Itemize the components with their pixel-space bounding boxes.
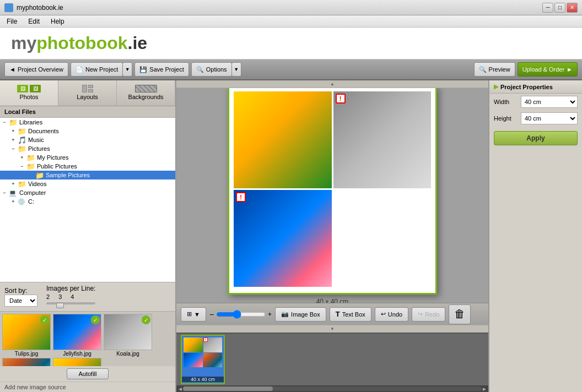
folder-icon-documents: 📁 <box>18 127 26 135</box>
text-box-button[interactable]: T Text Box <box>330 307 371 322</box>
menu-edit[interactable]: Edit <box>24 17 44 26</box>
image-box-button[interactable]: 📷 Image Box <box>275 307 326 322</box>
new-project-button[interactable]: 📄 New Project <box>71 62 123 77</box>
thumb-koala[interactable]: ✓ Koala.jpg <box>104 314 152 357</box>
expand-documents[interactable]: + <box>9 128 18 134</box>
minimize-button[interactable]: ─ <box>542 3 553 13</box>
collage-jellyfish[interactable]: ! <box>234 190 332 287</box>
filmstrip: ! 40 x 40 cm ◄ ► <box>176 333 488 392</box>
options-arrow[interactable]: ▼ <box>231 62 241 77</box>
camera-icon: 📷 <box>281 311 289 318</box>
text-icon: T <box>336 310 340 318</box>
new-project-arrow[interactable]: ▼ <box>122 62 132 77</box>
tree-item-pictures[interactable]: − 📁 Pictures <box>0 144 175 153</box>
close-button[interactable]: ✕ <box>567 3 578 13</box>
tree-item-music[interactable]: + 🎵 Music <box>0 135 175 144</box>
filmstrip-scroll-left[interactable]: ◄ <box>177 386 183 392</box>
thumb-extra2[interactable] <box>53 358 101 366</box>
thumb-tulips[interactable]: ✓ Tulips.jpg <box>2 314 51 357</box>
logo: myphotobook.ie <box>11 33 147 53</box>
computer-icon: 💻 <box>9 189 18 197</box>
expand-libraries[interactable]: − <box>0 119 9 125</box>
maximize-button[interactable]: □ <box>554 3 565 13</box>
tree-item-videos[interactable]: + 📁 Videos <box>0 179 175 188</box>
film-page-1-label: 40 x 40 cm <box>182 377 224 382</box>
thumb-jellyfish[interactable]: ✓ Jellyfish.jpg <box>53 314 101 357</box>
thumbnail-scroll: ✓ Tulips.jpg ✓ Jellyfish.jpg ✓ Koala.jpg <box>2 314 173 357</box>
zoom-minus-icon[interactable]: − <box>209 310 214 319</box>
apply-button[interactable]: Apply <box>494 131 578 145</box>
thumb-extra1[interactable] <box>2 358 51 366</box>
project-overview-button[interactable]: ◄ Project Overview <box>4 62 68 77</box>
preview-button[interactable]: 🔍 Preview <box>474 62 515 77</box>
undo-button[interactable]: ↩ Undo <box>375 307 408 322</box>
width-row: Width 40 cm 20 cm 30 cm <box>489 94 582 110</box>
collage-tulips[interactable] <box>234 91 332 188</box>
tree-item-my-pictures[interactable]: + 📁 My Pictures <box>0 153 175 162</box>
grid-button[interactable]: ⊞ ▼ <box>181 307 206 322</box>
redo-button[interactable]: ↪ Redo <box>412 307 445 322</box>
expand-my-pictures[interactable]: + <box>18 155 26 160</box>
svg-rect-0 <box>6 4 12 11</box>
scroll-down-arrow[interactable]: ▼ <box>330 326 335 331</box>
file-tree[interactable]: − 📁 Libraries + 📁 Documents + 🎵 Music − … <box>0 118 175 282</box>
expand-music[interactable]: + <box>9 137 18 143</box>
expand-videos[interactable]: + <box>9 181 18 187</box>
collage-koala[interactable]: ! <box>333 91 432 188</box>
width-select[interactable]: 40 cm 20 cm 30 cm <box>521 96 578 108</box>
scroll-up-arrow[interactable]: ▲ <box>330 81 335 86</box>
expand-public-pictures[interactable]: − <box>18 164 26 169</box>
folder-icon-pictures: 📁 <box>18 145 26 153</box>
add-source[interactable]: Add new image source <box>0 382 175 392</box>
tab-backgrounds[interactable]: Backgrounds <box>117 80 175 106</box>
right-panel: ▶ Project Properties Width 40 cm 20 cm 3… <box>488 80 582 392</box>
tree-item-c-drive[interactable]: + 💿 C: <box>0 197 175 206</box>
folder-icon-my-pictures: 📁 <box>26 154 35 161</box>
canvas-area: ▲ !! 40 x 40 cm ⊞ ▼ − + <box>176 80 488 333</box>
expand-pictures[interactable]: − <box>9 146 18 151</box>
menu-file[interactable]: File <box>2 17 21 26</box>
zoom-slider: − + <box>209 310 272 319</box>
page-canvas: !! <box>228 88 437 295</box>
upload-order-button[interactable]: Upload & Order ► <box>518 62 578 77</box>
filmstrip-scrollbar[interactable]: ◄ ► <box>176 385 488 392</box>
filmstrip-scrollbar-track[interactable] <box>183 386 482 391</box>
save-project-button[interactable]: 💾 Save Project <box>134 62 188 77</box>
expand-c-drive[interactable]: + <box>9 199 18 204</box>
canvas-scroll-top: ▲ <box>176 80 488 88</box>
window-controls: ─ □ ✕ <box>542 3 578 13</box>
sort-select[interactable]: Date Name Size <box>4 295 37 307</box>
autofill-button[interactable]: Autofill <box>67 368 108 379</box>
logo-my: my <box>11 33 36 53</box>
local-files-header: Local Files <box>0 106 175 118</box>
options-button[interactable]: 🔍 Options <box>191 62 232 77</box>
height-select[interactable]: 40 cm 20 cm 30 cm <box>521 112 578 124</box>
tree-item-computer[interactable]: − 💻 Computer <box>0 188 175 197</box>
film-page-1[interactable]: ! 40 x 40 cm <box>181 335 225 384</box>
redo-icon: ↪ <box>418 311 423 318</box>
filmstrip-scroll-right[interactable]: ► <box>482 386 487 392</box>
tree-item-public-pictures[interactable]: − 📁 Public Pictures <box>0 162 175 171</box>
trash-button[interactable]: 🗑 <box>449 304 471 324</box>
menu-help[interactable]: Help <box>46 17 69 26</box>
tree-item-sample-pictures[interactable]: 📁 Sample Pictures <box>0 171 175 179</box>
zoom-range[interactable] <box>216 310 266 319</box>
folder-icon-videos: 📁 <box>18 180 26 188</box>
tree-item-libraries[interactable]: − 📁 Libraries <box>0 118 175 127</box>
file-tree-wrapper: − 📁 Libraries + 📁 Documents + 🎵 Music − … <box>0 118 175 282</box>
tab-photos-label: Photos <box>19 94 38 100</box>
zoom-plus-icon[interactable]: + <box>268 311 272 318</box>
titlebar: myphotobook.ie ─ □ ✕ <box>0 0 582 15</box>
expand-computer[interactable]: − <box>0 190 9 195</box>
tab-photos[interactable]: 🖼 🖼 Photos <box>0 80 58 106</box>
tree-item-documents[interactable]: + 📁 Documents <box>0 127 175 135</box>
height-label: Height <box>494 115 519 122</box>
forward-arrow-icon: ► <box>567 66 573 73</box>
filmstrip-scrollbar-thumb[interactable] <box>183 386 273 391</box>
tab-layouts[interactable]: Layouts <box>58 80 117 106</box>
grid-icon: ⊞ <box>187 311 192 318</box>
back-arrow-icon: ◄ <box>9 66 15 73</box>
sort-label: Sort by: <box>4 287 27 295</box>
toolbar: ◄ Project Overview 📄 New Project ▼ 💾 Sav… <box>0 59 582 80</box>
images-per-line-label: Images per Line: <box>46 285 95 292</box>
